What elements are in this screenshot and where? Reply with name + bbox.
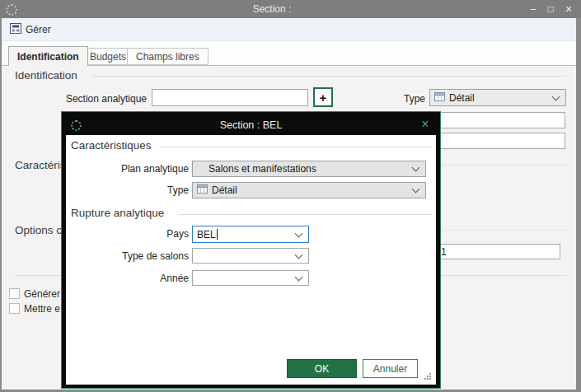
separator-line — [160, 147, 432, 147]
cancel-button[interactable]: Annuler — [363, 359, 418, 378]
dialog-type-label: Type — [78, 184, 189, 197]
group-options-title: Options c — [15, 224, 62, 236]
dialog-group-rupture: Rupture analytique — [71, 207, 164, 219]
window-title: Section : — [0, 3, 544, 15]
mettre-checkbox[interactable] — [9, 303, 20, 314]
dialog-group-caracteristiques: Caractéristiques — [71, 139, 152, 152]
separator-line — [442, 230, 567, 231]
chevron-down-icon — [295, 273, 303, 281]
type-value: Détail — [449, 92, 475, 104]
mettre-checkbox-label: Mettre e — [24, 303, 60, 315]
section-analytique-input[interactable] — [152, 89, 308, 106]
numero-value: 1 — [441, 246, 447, 258]
pays-combobox[interactable]: BEL — [192, 226, 309, 243]
chevron-down-icon — [295, 229, 303, 237]
text-cursor — [217, 229, 218, 240]
background-input-2[interactable] — [437, 133, 565, 149]
ok-button[interactable]: OK — [287, 359, 357, 378]
application-window: Section : – □ × Gérer Identification Bud… — [0, 0, 581, 392]
separator-line — [442, 165, 567, 166]
chevron-down-icon — [552, 92, 560, 100]
background-input-1[interactable] — [437, 112, 565, 128]
numero-input[interactable]: 1 — [437, 244, 560, 259]
pays-value: BEL — [197, 229, 216, 240]
dialog-type-select[interactable]: Détail — [192, 182, 426, 198]
generer-checkbox[interactable] — [9, 288, 20, 299]
manage-icon — [10, 23, 21, 36]
tab-identification[interactable]: Identification — [8, 46, 88, 66]
separator-line — [179, 214, 432, 215]
chevron-down-icon — [295, 250, 303, 259]
window-titlebar: Section : – □ × — [0, 0, 581, 18]
dialog-body: Caractéristiques Plan analytique Salons … — [66, 135, 436, 385]
gerer-menu-button[interactable]: Gérer — [10, 23, 51, 36]
annee-label: Année — [78, 273, 189, 285]
section-analytique-label: Section analytique — [49, 93, 147, 105]
grid-icon — [197, 184, 208, 196]
plan-analytique-value: Salons et manifestations — [197, 163, 316, 175]
dialog-title: Section : BEL — [66, 115, 436, 135]
minimize-button[interactable]: – — [527, 2, 540, 16]
type-label: Type — [387, 93, 425, 105]
type-salons-label: Type de salons — [78, 250, 189, 263]
maximize-button[interactable]: □ — [544, 2, 557, 16]
generer-checkbox-label: Générer — [24, 288, 60, 300]
gerer-label: Gérer — [26, 24, 51, 35]
add-section-button[interactable]: + — [313, 87, 333, 107]
separator-line — [92, 76, 567, 77]
plan-analytique-select[interactable]: Salons et manifestations — [192, 161, 426, 177]
dialog-type-value: Détail — [212, 184, 237, 196]
grid-icon — [434, 92, 445, 104]
pays-label: Pays — [78, 228, 189, 240]
type-salons-combobox[interactable] — [192, 248, 309, 264]
close-button[interactable]: × — [562, 2, 575, 16]
tab-champs-libres[interactable]: Champs libres — [127, 48, 209, 65]
resize-grip[interactable] — [424, 372, 432, 380]
group-identification-title: Identification — [15, 69, 77, 82]
toolbar — [2, 18, 576, 41]
dialog-close-icon[interactable]: × — [418, 116, 433, 133]
annee-combobox[interactable] — [192, 270, 309, 286]
window-border-right — [576, 18, 581, 392]
type-select[interactable]: Détail — [429, 89, 566, 106]
section-dialog: Section : BEL × Caractéristiques Plan an… — [61, 111, 441, 389]
chevron-down-icon — [412, 185, 420, 194]
chevron-down-icon — [412, 164, 420, 172]
plan-analytique-label: Plan analytique — [78, 163, 189, 175]
